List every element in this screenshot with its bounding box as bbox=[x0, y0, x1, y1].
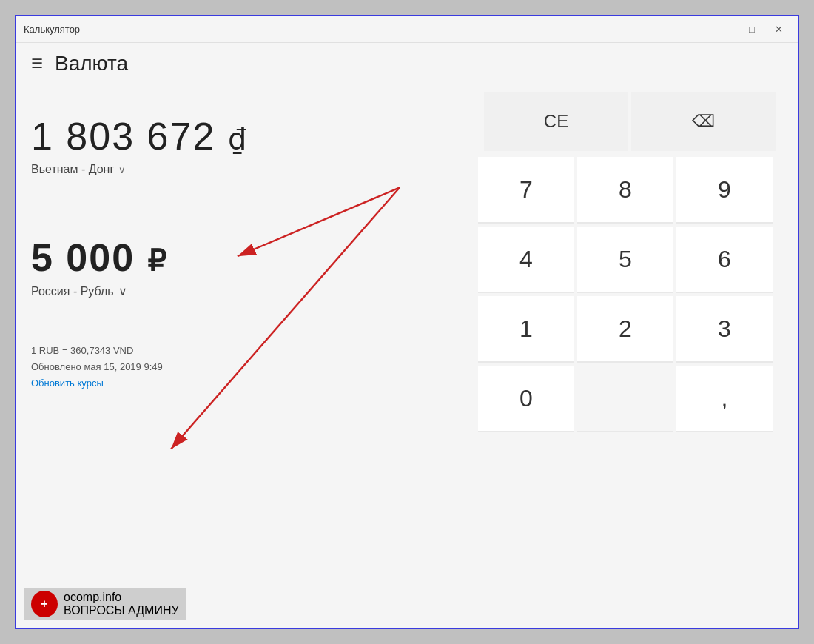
amount-bottom: 5 000 ₽ bbox=[31, 235, 312, 280]
amount-bottom-value: 5 000 bbox=[31, 236, 135, 279]
update-link[interactable]: Обновить курсы bbox=[31, 378, 104, 389]
symbol-top: ₫ bbox=[228, 123, 248, 155]
minimize-button[interactable]: — bbox=[713, 19, 737, 40]
currency-selector-top[interactable]: Вьетнам - Донг ∨ bbox=[31, 163, 312, 176]
backspace-icon: ⌫ bbox=[692, 112, 715, 131]
amount-top-value: 1 803 672 bbox=[31, 115, 215, 158]
chevron-down-icon-bottom: ∨ bbox=[118, 284, 127, 298]
currency-selector-bottom[interactable]: Россия - Рубль ∨ bbox=[31, 284, 312, 298]
key-6[interactable]: 6 bbox=[676, 227, 773, 293]
close-button[interactable]: ✕ bbox=[767, 19, 790, 40]
left-panel: 1 803 672 ₫ Вьетнам - Донг ∨ 5 000 ₽ Рос… bbox=[31, 92, 312, 620]
chevron-down-icon-top: ∨ bbox=[118, 164, 126, 175]
watermark-subtitle: ВОПРОСЫ АДМИНУ bbox=[64, 604, 179, 617]
currency-bottom-label: Россия - Рубль bbox=[31, 285, 114, 298]
key-0[interactable]: 0 bbox=[478, 366, 574, 432]
title-bar-controls: — □ ✕ bbox=[713, 19, 790, 40]
backspace-button[interactable]: ⌫ bbox=[631, 92, 776, 151]
key-7[interactable]: 7 bbox=[478, 157, 574, 224]
symbol-bottom: ₽ bbox=[147, 244, 167, 277]
rate-line1: 1 RUB = 360,7343 VND bbox=[31, 343, 312, 359]
title-bar: Калькулятор — □ ✕ bbox=[16, 16, 798, 43]
key-3[interactable]: 3 bbox=[676, 296, 773, 363]
watermark-text-area: ocomp.info ВОПРОСЫ АДМИНУ bbox=[64, 591, 179, 617]
key-5[interactable]: 5 bbox=[577, 227, 673, 293]
watermark-logo: + bbox=[31, 591, 58, 617]
numpad-top-row: CE ⌫ bbox=[478, 92, 776, 151]
key-2[interactable]: 2 bbox=[577, 296, 673, 363]
amount-top: 1 803 672 ₫ bbox=[31, 114, 312, 158]
ce-button[interactable]: CE bbox=[484, 92, 628, 151]
title-bar-left: Калькулятор bbox=[24, 24, 80, 35]
numpad-grid: 7 8 9 4 5 6 1 2 3 0 , bbox=[478, 157, 776, 432]
rate-line2: Обновлено мая 15, 2019 9:49 bbox=[31, 359, 312, 375]
app-title: Валюта bbox=[55, 52, 128, 76]
main-content: 1 803 672 ₫ Вьетнам - Донг ∨ 5 000 ₽ Рос… bbox=[16, 84, 798, 628]
right-panel: CE ⌫ 7 8 9 4 5 6 1 2 3 0 bbox=[312, 92, 783, 620]
key-empty bbox=[577, 366, 673, 432]
key-4[interactable]: 4 bbox=[478, 227, 574, 293]
app-header: ☰ Валюта bbox=[16, 43, 798, 84]
rate-info: 1 RUB = 360,7343 VND Обновлено мая 15, 2… bbox=[31, 343, 312, 392]
watermark: + ocomp.info ВОПРОСЫ АДМИНУ bbox=[24, 588, 186, 620]
key-comma[interactable]: , bbox=[676, 366, 773, 432]
key-8[interactable]: 8 bbox=[577, 157, 673, 224]
key-1[interactable]: 1 bbox=[478, 296, 574, 363]
watermark-site: ocomp.info bbox=[64, 591, 179, 604]
window-title: Калькулятор bbox=[24, 24, 80, 35]
watermark-plus-icon: + bbox=[41, 597, 47, 611]
currency-top-label: Вьетнам - Донг bbox=[31, 163, 114, 176]
key-9[interactable]: 9 bbox=[676, 157, 773, 224]
maximize-button[interactable]: □ bbox=[740, 19, 764, 40]
hamburger-icon[interactable]: ☰ bbox=[31, 56, 43, 72]
calculator-window: Калькулятор — □ ✕ ☰ Валюта 1 803 672 ₫ В… bbox=[15, 15, 799, 629]
